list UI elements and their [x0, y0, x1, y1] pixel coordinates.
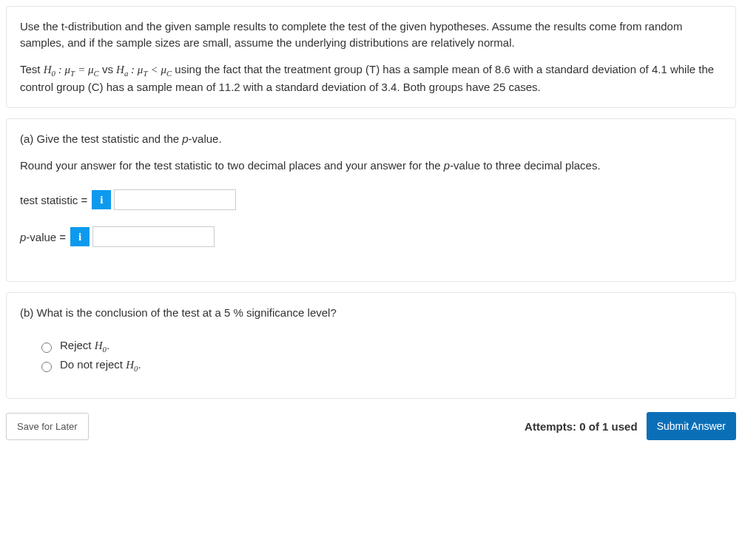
test-statistic-label: test statistic =: [20, 194, 87, 206]
p-value-label: p-value =: [20, 231, 66, 243]
test-statistic-row: test statistic = i: [20, 189, 722, 210]
eq: =: [78, 64, 88, 75]
attempts-text: Attempts: 0 of 1 used: [525, 420, 638, 433]
p-value-input[interactable]: [92, 226, 215, 247]
H0: H0: [44, 64, 58, 75]
part-b-prompt: (b) What is the conclusion of the test a…: [20, 305, 722, 321]
info-icon[interactable]: i: [92, 190, 111, 209]
problem-statement-panel: Use the t-distribution and the given sam…: [6, 6, 736, 108]
p-value-row: p-value = i: [20, 226, 722, 247]
colon2: :: [131, 64, 138, 75]
info-icon[interactable]: i: [70, 227, 90, 246]
part-b-panel: (b) What is the conclusion of the test a…: [6, 292, 736, 399]
radio-option-do-not-reject: Do not reject H0.: [38, 358, 722, 373]
submit-answer-button[interactable]: Submit Answer: [647, 412, 736, 440]
radio-option-reject: Reject H0.: [38, 339, 722, 354]
muT2: μT: [138, 64, 148, 75]
radio-reject-label[interactable]: Reject H0.: [60, 339, 109, 354]
lt: <: [151, 64, 161, 75]
footer-right: Attempts: 0 of 1 used Submit Answer: [525, 412, 736, 440]
intro-paragraph-1: Use the t-distribution and the given sam…: [20, 18, 722, 51]
radio-reject[interactable]: [41, 343, 52, 353]
part-a-rounding: Round your answer for the test statistic…: [20, 158, 722, 174]
conclusion-radio-group: Reject H0. Do not reject H0.: [38, 339, 722, 373]
intro-text-1: Use the t-distribution and the given sam…: [20, 20, 682, 49]
muC1: μC: [88, 64, 99, 75]
muT1: μT: [64, 64, 75, 75]
part-a-prompt: (a) Give the test statistic and the p-va…: [20, 131, 722, 147]
part-a-panel: (a) Give the test statistic and the p-va…: [6, 118, 736, 283]
vs-text: vs: [102, 63, 116, 75]
radio-do-not-reject-label[interactable]: Do not reject H0.: [60, 358, 141, 373]
footer-row: Save for Later Attempts: 0 of 1 used Sub…: [6, 409, 736, 440]
hypothesis-paragraph: Test H0 : μT = μC vs Ha : μT < μC using …: [20, 61, 722, 95]
muC2: μC: [161, 64, 172, 75]
Ha: Ha: [116, 64, 131, 75]
test-prefix: Test: [20, 63, 44, 75]
test-statistic-input[interactable]: [114, 189, 236, 210]
radio-do-not-reject[interactable]: [41, 362, 52, 372]
save-for-later-button[interactable]: Save for Later: [6, 413, 89, 440]
